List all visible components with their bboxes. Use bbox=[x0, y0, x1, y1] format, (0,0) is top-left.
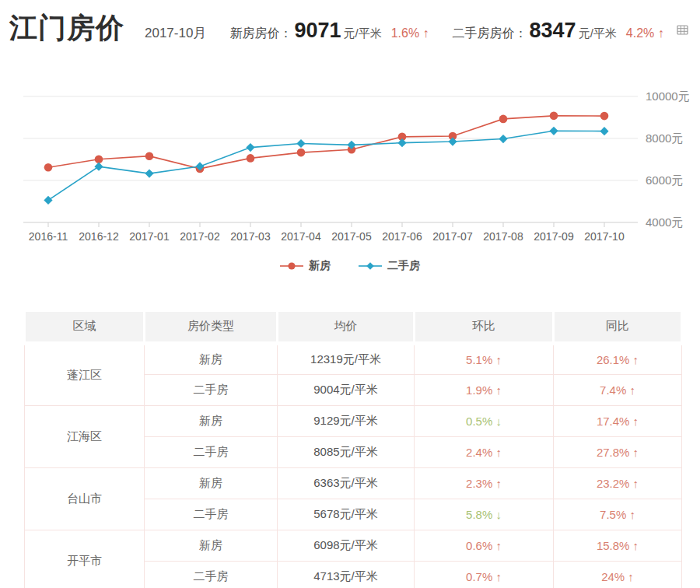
table-row: 蓬江区新房12319元/平米5.1% ↑26.1% ↑ bbox=[25, 343, 682, 374]
district-price-table: 区域 房价类型 均价 环比 同比 蓬江区新房12319元/平米5.1% ↑26.… bbox=[23, 312, 683, 588]
table-row: 江海区新房9129元/平米0.5% ↓17.4% ↑ bbox=[25, 405, 682, 436]
data-point bbox=[247, 154, 255, 163]
region-cell: 开平市 bbox=[25, 530, 145, 588]
table-grid-icon[interactable] bbox=[677, 24, 688, 39]
data-point bbox=[44, 196, 52, 205]
data-point bbox=[499, 115, 508, 124]
type-cell: 新房 bbox=[145, 467, 278, 499]
data-point bbox=[94, 163, 103, 171]
price-cell: 9129元/平米 bbox=[278, 405, 415, 436]
new-house-change: 1.6% ↑ bbox=[391, 26, 429, 40]
data-point bbox=[296, 139, 305, 148]
mom-cell: 5.8% ↓ bbox=[415, 499, 554, 530]
price-cell: 6363元/平米 bbox=[278, 467, 415, 499]
legend-item-second-house[interactable]: 二手房 bbox=[359, 259, 420, 273]
type-cell: 新房 bbox=[145, 530, 278, 561]
x-axis-tick-label: 2017-06 bbox=[382, 230, 422, 243]
x-axis-tick-label: 2017-04 bbox=[281, 230, 321, 243]
region-cell: 江海区 bbox=[25, 405, 145, 467]
data-point bbox=[297, 149, 306, 157]
second-house-price-label: 二手房房价： bbox=[453, 26, 527, 40]
col-header-price: 均价 bbox=[278, 312, 415, 343]
second-house-change: 4.2% ↑ bbox=[626, 26, 664, 40]
x-axis-tick-label: 2017-01 bbox=[129, 230, 170, 243]
x-axis-tick-label: 2017-02 bbox=[180, 230, 220, 243]
data-point bbox=[549, 127, 558, 135]
mom-cell: 0.6% ↑ bbox=[415, 530, 554, 561]
new-house-price-label: 新房房价： bbox=[229, 26, 292, 40]
table-header-row: 区域 房价类型 均价 环比 同比 bbox=[25, 312, 682, 343]
yoy-cell: 17.4% ↑ bbox=[554, 405, 682, 436]
yoy-cell: 26.1% ↑ bbox=[554, 343, 682, 374]
y-axis-tick-label: 10000元 bbox=[646, 89, 690, 103]
yoy-cell: 27.8% ↑ bbox=[554, 436, 682, 467]
new-house-series-icon bbox=[280, 261, 303, 271]
y-axis-tick-label: 6000元 bbox=[646, 173, 683, 187]
x-axis-tick-label: 2016-12 bbox=[79, 230, 119, 243]
data-point bbox=[95, 155, 103, 163]
price-cell: 6098元/平米 bbox=[278, 530, 415, 561]
page-title: 江门房价 bbox=[9, 9, 124, 47]
yoy-cell: 23.2% ↑ bbox=[554, 467, 682, 499]
new-house-stat: 新房房价：9071元/平米1.6% ↑ bbox=[229, 19, 429, 43]
x-axis-tick-label: 2017-05 bbox=[331, 230, 372, 243]
second-house-series-icon bbox=[359, 261, 382, 271]
x-axis-tick-label: 2017-09 bbox=[534, 230, 574, 243]
date-label: 2017-10月 bbox=[145, 24, 206, 42]
x-axis-tick-label: 2017-10 bbox=[584, 230, 625, 243]
x-axis-tick-label: 2017-07 bbox=[432, 230, 473, 243]
data-point bbox=[397, 138, 406, 147]
mom-cell: 0.5% ↓ bbox=[415, 405, 554, 436]
region-cell: 蓬江区 bbox=[25, 343, 145, 405]
chart-legend: 新房二手房 bbox=[0, 259, 700, 273]
data-point bbox=[600, 112, 609, 121]
legend-item-new-house[interactable]: 新房 bbox=[280, 259, 331, 273]
x-axis-tick-label: 2016-11 bbox=[29, 230, 68, 243]
price-cell: 12319元/平米 bbox=[278, 343, 415, 374]
price-trend-chart-canvas: 10000元8000元6000元4000元2016-112016-122017-… bbox=[0, 75, 700, 245]
price-cell: 5678元/平米 bbox=[278, 499, 415, 530]
data-point bbox=[600, 127, 608, 135]
data-point bbox=[550, 112, 558, 121]
y-axis-tick-label: 4000元 bbox=[646, 215, 683, 229]
x-axis-tick-label: 2017-08 bbox=[483, 230, 523, 243]
table-row: 台山市新房6363元/平米2.3% ↑23.2% ↑ bbox=[25, 467, 682, 499]
price-cell: 8085元/平米 bbox=[278, 436, 415, 467]
col-header-region: 区域 bbox=[25, 312, 145, 343]
page-header: 江门房价 2017-10月 新房房价：9071元/平米1.6% ↑ 二手房房价：… bbox=[0, 0, 700, 47]
data-point bbox=[145, 169, 153, 177]
legend-label: 新房 bbox=[309, 259, 331, 273]
mom-cell: 1.9% ↑ bbox=[415, 374, 554, 405]
legend-label: 二手房 bbox=[387, 259, 420, 273]
data-point bbox=[499, 135, 507, 143]
new-house-price-value: 9071 bbox=[294, 19, 341, 42]
yoy-cell: 15.8% ↑ bbox=[554, 530, 682, 561]
col-header-type: 房价类型 bbox=[145, 312, 278, 343]
type-cell: 新房 bbox=[145, 343, 278, 374]
type-cell: 二手房 bbox=[145, 436, 278, 467]
mom-cell: 0.7% ↑ bbox=[415, 561, 554, 588]
type-cell: 二手房 bbox=[145, 499, 278, 530]
data-point bbox=[145, 152, 154, 160]
type-cell: 二手房 bbox=[145, 374, 278, 405]
data-point bbox=[44, 163, 53, 172]
second-house-price-unit: 元/平米 bbox=[579, 26, 617, 40]
price-trend-chart: 10000元8000元6000元4000元2016-112016-122017-… bbox=[0, 75, 700, 273]
price-cell: 9004元/平米 bbox=[278, 374, 415, 405]
mom-cell: 2.3% ↑ bbox=[415, 467, 554, 499]
new-house-price-unit: 元/平米 bbox=[343, 26, 381, 40]
type-cell: 二手房 bbox=[145, 561, 278, 588]
region-cell: 台山市 bbox=[25, 467, 145, 530]
mom-cell: 5.1% ↑ bbox=[415, 343, 554, 374]
yoy-cell: 7.5% ↑ bbox=[554, 499, 682, 530]
price-cell: 4713元/平米 bbox=[278, 561, 415, 588]
col-header-mom: 环比 bbox=[415, 312, 554, 343]
mom-cell: 2.4% ↑ bbox=[415, 436, 554, 467]
second-house-stat: 二手房房价：8347元/平米4.2% ↑ bbox=[453, 19, 664, 43]
x-axis-tick-label: 2017-03 bbox=[230, 230, 271, 243]
second-house-price-value: 8347 bbox=[530, 19, 576, 42]
data-point bbox=[246, 143, 254, 152]
yoy-cell: 7.4% ↑ bbox=[554, 374, 682, 405]
yoy-cell: 24% ↑ bbox=[554, 561, 682, 588]
col-header-yoy: 同比 bbox=[554, 312, 682, 343]
